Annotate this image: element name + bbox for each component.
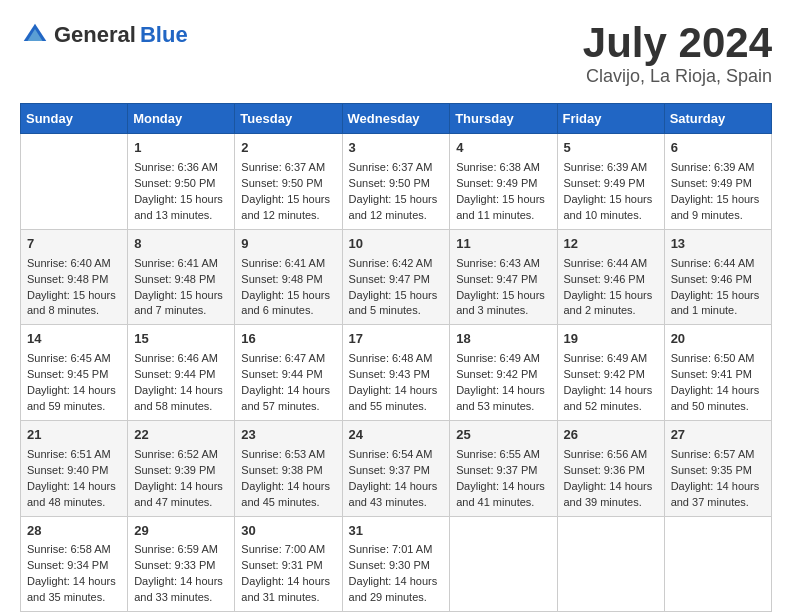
day-number: 30 bbox=[241, 522, 335, 541]
calendar-cell bbox=[450, 516, 557, 612]
calendar-cell: 1Sunrise: 6:36 AM Sunset: 9:50 PM Daylig… bbox=[128, 134, 235, 230]
day-number: 25 bbox=[456, 426, 550, 445]
calendar-cell: 18Sunrise: 6:49 AM Sunset: 9:42 PM Dayli… bbox=[450, 325, 557, 421]
calendar-cell: 19Sunrise: 6:49 AM Sunset: 9:42 PM Dayli… bbox=[557, 325, 664, 421]
day-number: 19 bbox=[564, 330, 658, 349]
calendar-cell: 3Sunrise: 6:37 AM Sunset: 9:50 PM Daylig… bbox=[342, 134, 450, 230]
day-number: 11 bbox=[456, 235, 550, 254]
cell-info: Sunrise: 6:42 AM Sunset: 9:47 PM Dayligh… bbox=[349, 256, 444, 320]
day-number: 6 bbox=[671, 139, 765, 158]
cell-info: Sunrise: 7:01 AM Sunset: 9:30 PM Dayligh… bbox=[349, 542, 444, 606]
calendar-cell: 26Sunrise: 6:56 AM Sunset: 9:36 PM Dayli… bbox=[557, 420, 664, 516]
day-number: 20 bbox=[671, 330, 765, 349]
day-number: 2 bbox=[241, 139, 335, 158]
calendar-cell: 21Sunrise: 6:51 AM Sunset: 9:40 PM Dayli… bbox=[21, 420, 128, 516]
calendar-week-row: 14Sunrise: 6:45 AM Sunset: 9:45 PM Dayli… bbox=[21, 325, 772, 421]
calendar-cell: 27Sunrise: 6:57 AM Sunset: 9:35 PM Dayli… bbox=[664, 420, 771, 516]
calendar-cell: 22Sunrise: 6:52 AM Sunset: 9:39 PM Dayli… bbox=[128, 420, 235, 516]
day-number: 8 bbox=[134, 235, 228, 254]
cell-info: Sunrise: 6:44 AM Sunset: 9:46 PM Dayligh… bbox=[671, 256, 765, 320]
calendar-cell: 17Sunrise: 6:48 AM Sunset: 9:43 PM Dayli… bbox=[342, 325, 450, 421]
cell-info: Sunrise: 6:59 AM Sunset: 9:33 PM Dayligh… bbox=[134, 542, 228, 606]
weekday-header-sunday: Sunday bbox=[21, 104, 128, 134]
cell-info: Sunrise: 6:43 AM Sunset: 9:47 PM Dayligh… bbox=[456, 256, 550, 320]
cell-info: Sunrise: 6:41 AM Sunset: 9:48 PM Dayligh… bbox=[241, 256, 335, 320]
cell-info: Sunrise: 6:54 AM Sunset: 9:37 PM Dayligh… bbox=[349, 447, 444, 511]
logo: GeneralBlue bbox=[20, 20, 188, 50]
calendar-cell: 24Sunrise: 6:54 AM Sunset: 9:37 PM Dayli… bbox=[342, 420, 450, 516]
calendar-cell: 4Sunrise: 6:38 AM Sunset: 9:49 PM Daylig… bbox=[450, 134, 557, 230]
calendar-cell bbox=[21, 134, 128, 230]
calendar-cell: 30Sunrise: 7:00 AM Sunset: 9:31 PM Dayli… bbox=[235, 516, 342, 612]
day-number: 21 bbox=[27, 426, 121, 445]
day-number: 3 bbox=[349, 139, 444, 158]
day-number: 5 bbox=[564, 139, 658, 158]
month-title: July 2024 bbox=[583, 20, 772, 66]
calendar-cell: 16Sunrise: 6:47 AM Sunset: 9:44 PM Dayli… bbox=[235, 325, 342, 421]
weekday-header-friday: Friday bbox=[557, 104, 664, 134]
calendar-week-row: 28Sunrise: 6:58 AM Sunset: 9:34 PM Dayli… bbox=[21, 516, 772, 612]
day-number: 9 bbox=[241, 235, 335, 254]
cell-info: Sunrise: 6:41 AM Sunset: 9:48 PM Dayligh… bbox=[134, 256, 228, 320]
cell-info: Sunrise: 6:47 AM Sunset: 9:44 PM Dayligh… bbox=[241, 351, 335, 415]
calendar-cell: 9Sunrise: 6:41 AM Sunset: 9:48 PM Daylig… bbox=[235, 229, 342, 325]
weekday-header-monday: Monday bbox=[128, 104, 235, 134]
calendar-cell: 31Sunrise: 7:01 AM Sunset: 9:30 PM Dayli… bbox=[342, 516, 450, 612]
weekday-header-wednesday: Wednesday bbox=[342, 104, 450, 134]
cell-info: Sunrise: 6:45 AM Sunset: 9:45 PM Dayligh… bbox=[27, 351, 121, 415]
calendar-cell bbox=[664, 516, 771, 612]
cell-info: Sunrise: 6:55 AM Sunset: 9:37 PM Dayligh… bbox=[456, 447, 550, 511]
logo-icon bbox=[20, 20, 50, 50]
calendar-cell: 25Sunrise: 6:55 AM Sunset: 9:37 PM Dayli… bbox=[450, 420, 557, 516]
cell-info: Sunrise: 6:37 AM Sunset: 9:50 PM Dayligh… bbox=[349, 160, 444, 224]
cell-info: Sunrise: 6:40 AM Sunset: 9:48 PM Dayligh… bbox=[27, 256, 121, 320]
cell-info: Sunrise: 6:36 AM Sunset: 9:50 PM Dayligh… bbox=[134, 160, 228, 224]
logo-general: General bbox=[54, 22, 136, 48]
calendar-cell: 14Sunrise: 6:45 AM Sunset: 9:45 PM Dayli… bbox=[21, 325, 128, 421]
cell-info: Sunrise: 6:38 AM Sunset: 9:49 PM Dayligh… bbox=[456, 160, 550, 224]
cell-info: Sunrise: 6:37 AM Sunset: 9:50 PM Dayligh… bbox=[241, 160, 335, 224]
day-number: 4 bbox=[456, 139, 550, 158]
calendar-week-row: 1Sunrise: 6:36 AM Sunset: 9:50 PM Daylig… bbox=[21, 134, 772, 230]
cell-info: Sunrise: 6:46 AM Sunset: 9:44 PM Dayligh… bbox=[134, 351, 228, 415]
day-number: 10 bbox=[349, 235, 444, 254]
day-number: 23 bbox=[241, 426, 335, 445]
weekday-header-tuesday: Tuesday bbox=[235, 104, 342, 134]
day-number: 28 bbox=[27, 522, 121, 541]
calendar-cell: 5Sunrise: 6:39 AM Sunset: 9:49 PM Daylig… bbox=[557, 134, 664, 230]
day-number: 12 bbox=[564, 235, 658, 254]
calendar-cell: 12Sunrise: 6:44 AM Sunset: 9:46 PM Dayli… bbox=[557, 229, 664, 325]
cell-info: Sunrise: 6:57 AM Sunset: 9:35 PM Dayligh… bbox=[671, 447, 765, 511]
calendar-cell: 29Sunrise: 6:59 AM Sunset: 9:33 PM Dayli… bbox=[128, 516, 235, 612]
calendar-cell: 23Sunrise: 6:53 AM Sunset: 9:38 PM Dayli… bbox=[235, 420, 342, 516]
page-header: GeneralBlue July 2024 Clavijo, La Rioja,… bbox=[20, 20, 772, 87]
cell-info: Sunrise: 7:00 AM Sunset: 9:31 PM Dayligh… bbox=[241, 542, 335, 606]
day-number: 18 bbox=[456, 330, 550, 349]
cell-info: Sunrise: 6:48 AM Sunset: 9:43 PM Dayligh… bbox=[349, 351, 444, 415]
day-number: 1 bbox=[134, 139, 228, 158]
day-number: 13 bbox=[671, 235, 765, 254]
cell-info: Sunrise: 6:50 AM Sunset: 9:41 PM Dayligh… bbox=[671, 351, 765, 415]
day-number: 27 bbox=[671, 426, 765, 445]
weekday-header-saturday: Saturday bbox=[664, 104, 771, 134]
cell-info: Sunrise: 6:58 AM Sunset: 9:34 PM Dayligh… bbox=[27, 542, 121, 606]
location-title: Clavijo, La Rioja, Spain bbox=[583, 66, 772, 87]
cell-info: Sunrise: 6:56 AM Sunset: 9:36 PM Dayligh… bbox=[564, 447, 658, 511]
day-number: 16 bbox=[241, 330, 335, 349]
day-number: 26 bbox=[564, 426, 658, 445]
calendar-cell: 8Sunrise: 6:41 AM Sunset: 9:48 PM Daylig… bbox=[128, 229, 235, 325]
cell-info: Sunrise: 6:53 AM Sunset: 9:38 PM Dayligh… bbox=[241, 447, 335, 511]
cell-info: Sunrise: 6:49 AM Sunset: 9:42 PM Dayligh… bbox=[564, 351, 658, 415]
day-number: 31 bbox=[349, 522, 444, 541]
cell-info: Sunrise: 6:52 AM Sunset: 9:39 PM Dayligh… bbox=[134, 447, 228, 511]
calendar-table: SundayMondayTuesdayWednesdayThursdayFrid… bbox=[20, 103, 772, 612]
logo-blue: Blue bbox=[140, 22, 188, 48]
calendar-cell: 2Sunrise: 6:37 AM Sunset: 9:50 PM Daylig… bbox=[235, 134, 342, 230]
day-number: 17 bbox=[349, 330, 444, 349]
cell-info: Sunrise: 6:49 AM Sunset: 9:42 PM Dayligh… bbox=[456, 351, 550, 415]
calendar-cell: 15Sunrise: 6:46 AM Sunset: 9:44 PM Dayli… bbox=[128, 325, 235, 421]
calendar-week-row: 7Sunrise: 6:40 AM Sunset: 9:48 PM Daylig… bbox=[21, 229, 772, 325]
cell-info: Sunrise: 6:44 AM Sunset: 9:46 PM Dayligh… bbox=[564, 256, 658, 320]
day-number: 14 bbox=[27, 330, 121, 349]
calendar-cell: 20Sunrise: 6:50 AM Sunset: 9:41 PM Dayli… bbox=[664, 325, 771, 421]
